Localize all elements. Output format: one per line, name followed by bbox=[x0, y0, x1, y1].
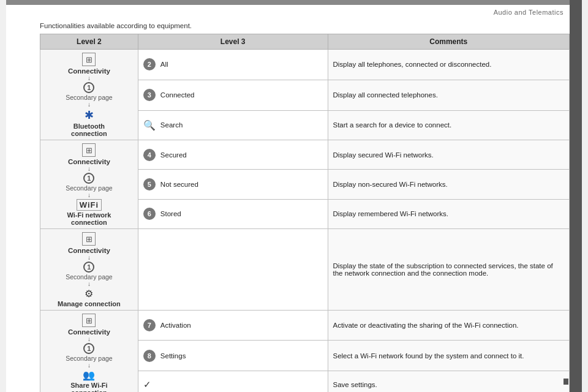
manage-connection-label: Manage connection bbox=[58, 300, 121, 307]
level2-cell-bluetooth: ⊞ Connectivity ↓ 1 Secondary page ↓ ✱ Bl… bbox=[40, 50, 138, 140]
connectivity-label: Connectivity bbox=[68, 158, 110, 165]
level3-cell: 5 Not secured bbox=[138, 170, 328, 199]
col-header-level2: Level 2 bbox=[40, 34, 138, 50]
grid-icon: ⊞ bbox=[82, 53, 96, 66]
col-header-level3: Level 3 bbox=[138, 34, 328, 50]
comments-cell: Display all connected telephones. bbox=[328, 80, 570, 110]
comments-cell: Display secured Wi-Fi networks. bbox=[328, 140, 570, 170]
grid-icon: ⊞ bbox=[82, 143, 96, 157]
level3-row: 7 Activation bbox=[143, 319, 323, 331]
level3-cell: 8 Settings bbox=[138, 341, 328, 371]
checkmark-icon: ✓ bbox=[143, 379, 151, 390]
level3-row: 2 All bbox=[143, 58, 323, 70]
page-background: Audio and Telematics Functionalities ava… bbox=[6, 0, 582, 392]
arrow-down-icon: ↓ bbox=[88, 75, 91, 81]
level2-content-wifi: ⊞ Connectivity ↓ 1 Secondary page ↓ WiFi… bbox=[45, 143, 133, 226]
table-row: ⊞ Connectivity ↓ 1 Secondary page ↓ ✱ Bl… bbox=[40, 50, 570, 80]
grid-icon: ⊞ bbox=[82, 232, 96, 246]
badge-6: 6 bbox=[143, 208, 156, 220]
level3-text: Secured bbox=[160, 151, 187, 159]
share-wifi-label: Share Wi-Ficonnection bbox=[70, 382, 107, 392]
search-icon: 🔍 bbox=[143, 119, 156, 131]
badge-7: 7 bbox=[143, 319, 156, 331]
level2-cell-share: ⊞ Connectivity ↓ 1 Secondary page ↓ 👥 Sh… bbox=[40, 311, 138, 393]
level2-content-share: ⊞ Connectivity ↓ 1 Secondary page ↓ 👥 Sh… bbox=[45, 313, 133, 392]
arrow-down-icon: ↓ bbox=[88, 192, 91, 198]
badge-1: 1 bbox=[83, 82, 94, 93]
level3-text: Connected bbox=[160, 91, 195, 99]
wifi-connection-label: Wi-Fi networkconnection bbox=[67, 211, 111, 226]
comments-cell: Display non-secured Wi-Fi networks. bbox=[328, 170, 570, 199]
level3-row: 3 Connected bbox=[143, 89, 323, 101]
table-row: ⊞ Connectivity ↓ 1 Secondary page ↓ ⚙ Ma… bbox=[40, 229, 570, 311]
arrow-down-icon: ↓ bbox=[88, 336, 91, 342]
badge-1: 1 bbox=[83, 262, 94, 273]
level3-cell-check: ✓ bbox=[138, 371, 328, 392]
level3-text: Stored bbox=[160, 210, 181, 217]
comments-cell-manage: Display the state of the subscription to… bbox=[328, 229, 570, 311]
table-row: ⊞ Connectivity ↓ 1 Secondary page ↓ 👥 Sh… bbox=[40, 311, 570, 341]
header-bar bbox=[6, 0, 570, 5]
level3-cell: 7 Activation bbox=[138, 311, 328, 341]
level2-content-manage: ⊞ Connectivity ↓ 1 Secondary page ↓ ⚙ Ma… bbox=[45, 232, 133, 307]
badge-1: 1 bbox=[83, 173, 94, 184]
level3-row: 4 Secured bbox=[143, 149, 323, 161]
level3-row: 8 Settings bbox=[143, 350, 323, 362]
badge-2: 2 bbox=[143, 58, 156, 70]
level3-cell: 🔍 Search bbox=[138, 110, 328, 140]
level3-cell: 2 All bbox=[138, 50, 328, 80]
badge-1: 1 bbox=[83, 343, 94, 354]
right-bar bbox=[570, 0, 582, 392]
level2-cell-wifi: ⊞ Connectivity ↓ 1 Secondary page ↓ WiFi… bbox=[40, 140, 138, 229]
comments-cell: Activate or deactivating the sharing of … bbox=[328, 311, 570, 341]
level3-cell-manage bbox=[138, 229, 328, 311]
share-wifi-icon: 👥 bbox=[83, 369, 95, 381]
secondary-label: Secondary page bbox=[66, 184, 112, 192]
bluetooth-connection-label: Bluetoothconnection bbox=[71, 123, 107, 137]
badge-8: 8 bbox=[143, 350, 156, 362]
level3-text: Search bbox=[160, 121, 183, 129]
level2-content-bluetooth: ⊞ Connectivity ↓ 1 Secondary page ↓ ✱ Bl… bbox=[45, 52, 133, 137]
level3-row: ✓ bbox=[143, 379, 323, 390]
wifi-icon: WiFi bbox=[77, 199, 102, 211]
badge-4: 4 bbox=[143, 149, 156, 161]
comments-cell-save: Save settings. bbox=[328, 371, 570, 392]
connectivity-label: Connectivity bbox=[68, 247, 110, 254]
level3-text: Settings bbox=[160, 352, 186, 360]
arrow-down-icon: ↓ bbox=[88, 281, 91, 287]
comments-cell: Start a search for a device to connect. bbox=[328, 110, 570, 140]
badge-3: 3 bbox=[143, 89, 156, 101]
secondary-label: Secondary page bbox=[66, 94, 112, 101]
col-header-comments: Comments bbox=[328, 34, 570, 50]
level2-cell-manage: ⊞ Connectivity ↓ 1 Secondary page ↓ ⚙ Ma… bbox=[40, 229, 138, 311]
main-table: Level 2 Level 3 Comments ⊞ Connectivity … bbox=[40, 34, 570, 392]
badge-5: 5 bbox=[143, 178, 156, 190]
arrow-down-icon: ↓ bbox=[88, 363, 91, 369]
page-title: Audio and Telematics bbox=[494, 9, 564, 16]
connectivity-label: Connectivity bbox=[68, 67, 110, 75]
level3-cell: 6 Stored bbox=[138, 199, 328, 228]
page-indicator bbox=[564, 379, 568, 385]
level3-cell: 4 Secured bbox=[138, 140, 328, 170]
secondary-label: Secondary page bbox=[66, 273, 112, 281]
comments-cell: Display all telephones, connected or dis… bbox=[328, 50, 570, 80]
level3-text: Not secured bbox=[160, 181, 198, 188]
level3-row: 5 Not secured bbox=[143, 178, 323, 190]
comments-cell: Select a Wi-Fi network found by the syst… bbox=[328, 341, 570, 371]
level3-row: 🔍 Search bbox=[143, 119, 323, 131]
table-row: ⊞ Connectivity ↓ 1 Secondary page ↓ WiFi… bbox=[40, 140, 570, 170]
level3-text: Activation bbox=[160, 322, 191, 329]
connectivity-label: Connectivity bbox=[68, 328, 110, 336]
arrow-down-icon: ↓ bbox=[88, 255, 91, 261]
level3-row: 6 Stored bbox=[143, 208, 323, 220]
level3-cell: 3 Connected bbox=[138, 80, 328, 110]
level3-text: All bbox=[160, 61, 168, 68]
manage-icon: ⚙ bbox=[85, 288, 93, 300]
bluetooth-icon: ✱ bbox=[85, 108, 94, 122]
grid-icon: ⊞ bbox=[82, 314, 96, 327]
arrow-down-icon: ↓ bbox=[88, 166, 91, 172]
intro-text: Functionalities available according to e… bbox=[40, 22, 192, 29]
arrow-down-icon: ↓ bbox=[88, 102, 91, 108]
comments-cell: Display remembered Wi-Fi networks. bbox=[328, 199, 570, 228]
secondary-label: Secondary page bbox=[66, 355, 112, 362]
